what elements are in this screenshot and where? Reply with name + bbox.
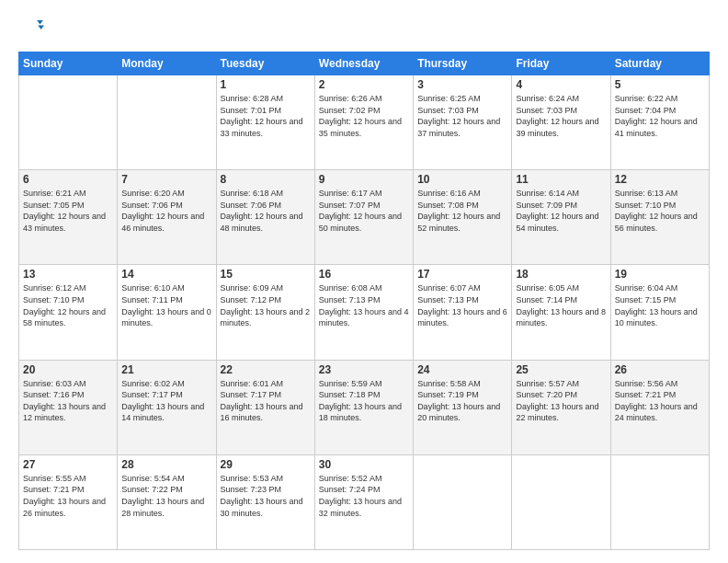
cell-info: Sunrise: 6:25 AM Sunset: 7:03 PM Dayligh… [417,93,507,139]
cell-info: Sunrise: 6:18 AM Sunset: 7:06 PM Dayligh… [221,188,311,234]
day-number: 17 [417,268,507,281]
day-header-wednesday: Wednesday [314,52,413,75]
day-number: 29 [221,458,311,471]
calendar-cell: 17Sunrise: 6:07 AM Sunset: 7:13 PM Dayli… [414,265,512,360]
week-row-4: 20Sunrise: 6:03 AM Sunset: 7:16 PM Dayli… [19,360,710,454]
day-number: 7 [121,173,211,186]
page: SundayMondayTuesdayWednesdayThursdayFrid… [0,0,728,563]
day-number: 24 [417,363,507,376]
calendar-cell: 20Sunrise: 6:03 AM Sunset: 7:16 PM Dayli… [19,360,118,454]
day-number: 10 [417,173,507,186]
calendar-cell [610,454,709,549]
day-number: 18 [516,268,606,281]
calendar-header: SundayMondayTuesdayWednesdayThursdayFrid… [19,52,710,75]
day-number: 1 [221,78,311,91]
day-number: 26 [615,363,705,376]
cell-info: Sunrise: 6:07 AM Sunset: 7:13 PM Dayligh… [417,282,507,328]
week-row-3: 13Sunrise: 6:12 AM Sunset: 7:10 PM Dayli… [19,265,710,360]
calendar-cell: 24Sunrise: 5:58 AM Sunset: 7:19 PM Dayli… [414,360,512,454]
calendar-cell [118,75,216,170]
day-header-monday: Monday [118,52,216,75]
calendar-cell: 18Sunrise: 6:05 AM Sunset: 7:14 PM Dayli… [512,265,610,360]
calendar-cell: 5Sunrise: 6:22 AM Sunset: 7:04 PM Daylig… [610,75,709,170]
day-number: 3 [417,78,507,91]
cell-info: Sunrise: 6:22 AM Sunset: 7:04 PM Dayligh… [615,93,705,139]
calendar-cell: 26Sunrise: 5:56 AM Sunset: 7:21 PM Dayli… [610,360,709,454]
cell-info: Sunrise: 5:57 AM Sunset: 7:20 PM Dayligh… [516,378,606,424]
calendar-cell: 4Sunrise: 6:24 AM Sunset: 7:03 PM Daylig… [512,75,610,170]
calendar-cell: 15Sunrise: 6:09 AM Sunset: 7:12 PM Dayli… [216,265,314,360]
cell-info: Sunrise: 6:20 AM Sunset: 7:06 PM Dayligh… [121,188,211,234]
day-number: 13 [23,268,113,281]
calendar-cell: 23Sunrise: 5:59 AM Sunset: 7:18 PM Dayli… [314,360,413,454]
day-number: 8 [221,173,311,186]
cell-info: Sunrise: 5:55 AM Sunset: 7:21 PM Dayligh… [23,473,113,519]
cell-info: Sunrise: 5:53 AM Sunset: 7:23 PM Dayligh… [221,473,311,519]
cell-info: Sunrise: 6:05 AM Sunset: 7:14 PM Dayligh… [516,282,606,328]
calendar-cell: 7Sunrise: 6:20 AM Sunset: 7:06 PM Daylig… [118,170,216,265]
day-number: 2 [319,78,409,91]
cell-info: Sunrise: 6:24 AM Sunset: 7:03 PM Dayligh… [516,93,606,139]
calendar-cell: 1Sunrise: 6:28 AM Sunset: 7:01 PM Daylig… [216,75,314,170]
day-number: 19 [615,268,705,281]
day-number: 27 [23,458,113,471]
day-number: 5 [615,78,705,91]
day-number: 20 [23,363,113,376]
calendar-cell: 13Sunrise: 6:12 AM Sunset: 7:10 PM Dayli… [19,265,118,360]
svg-marker-1 [38,26,44,29]
cell-info: Sunrise: 5:52 AM Sunset: 7:24 PM Dayligh… [319,473,409,519]
calendar-cell: 14Sunrise: 6:10 AM Sunset: 7:11 PM Dayli… [118,265,216,360]
cell-info: Sunrise: 6:12 AM Sunset: 7:10 PM Dayligh… [23,282,113,328]
logo-icon [18,17,44,42]
calendar-cell: 3Sunrise: 6:25 AM Sunset: 7:03 PM Daylig… [414,75,512,170]
cell-info: Sunrise: 5:58 AM Sunset: 7:19 PM Dayligh… [417,378,507,424]
cell-info: Sunrise: 6:26 AM Sunset: 7:02 PM Dayligh… [319,93,409,139]
day-header-thursday: Thursday [414,52,512,75]
calendar-cell [512,454,610,549]
calendar-body: 1Sunrise: 6:28 AM Sunset: 7:01 PM Daylig… [19,75,710,550]
calendar-cell: 10Sunrise: 6:16 AM Sunset: 7:08 PM Dayli… [414,170,512,265]
cell-info: Sunrise: 5:56 AM Sunset: 7:21 PM Dayligh… [615,378,705,424]
day-number: 4 [516,78,606,91]
cell-info: Sunrise: 6:28 AM Sunset: 7:01 PM Dayligh… [221,93,311,139]
calendar-cell: 11Sunrise: 6:14 AM Sunset: 7:09 PM Dayli… [512,170,610,265]
cell-info: Sunrise: 6:21 AM Sunset: 7:05 PM Dayligh… [23,188,113,234]
day-number: 6 [23,173,113,186]
day-number: 21 [121,363,211,376]
cell-info: Sunrise: 6:09 AM Sunset: 7:12 PM Dayligh… [221,282,311,328]
calendar-cell: 12Sunrise: 6:13 AM Sunset: 7:10 PM Dayli… [610,170,709,265]
calendar-cell: 19Sunrise: 6:04 AM Sunset: 7:15 PM Dayli… [610,265,709,360]
svg-marker-0 [37,20,43,24]
cell-info: Sunrise: 6:14 AM Sunset: 7:09 PM Dayligh… [516,188,606,234]
calendar-cell: 29Sunrise: 5:53 AM Sunset: 7:23 PM Dayli… [216,454,314,549]
cell-info: Sunrise: 6:08 AM Sunset: 7:13 PM Dayligh… [319,282,409,328]
day-number: 15 [221,268,311,281]
day-number: 14 [121,268,211,281]
cell-info: Sunrise: 6:02 AM Sunset: 7:17 PM Dayligh… [121,378,211,424]
day-number: 23 [319,363,409,376]
day-header-saturday: Saturday [610,52,709,75]
header-row: SundayMondayTuesdayWednesdayThursdayFrid… [19,52,710,75]
calendar-cell: 16Sunrise: 6:08 AM Sunset: 7:13 PM Dayli… [314,265,413,360]
cell-info: Sunrise: 6:13 AM Sunset: 7:10 PM Dayligh… [615,188,705,234]
calendar-cell: 22Sunrise: 6:01 AM Sunset: 7:17 PM Dayli… [216,360,314,454]
day-number: 22 [221,363,311,376]
cell-info: Sunrise: 6:04 AM Sunset: 7:15 PM Dayligh… [615,282,705,328]
cell-info: Sunrise: 6:16 AM Sunset: 7:08 PM Dayligh… [417,188,507,234]
day-number: 9 [319,173,409,186]
week-row-1: 1Sunrise: 6:28 AM Sunset: 7:01 PM Daylig… [19,75,710,170]
day-header-friday: Friday [512,52,610,75]
logo [18,17,48,42]
cell-info: Sunrise: 6:17 AM Sunset: 7:07 PM Dayligh… [319,188,409,234]
day-number: 28 [121,458,211,471]
cell-info: Sunrise: 6:10 AM Sunset: 7:11 PM Dayligh… [121,282,211,328]
week-row-5: 27Sunrise: 5:55 AM Sunset: 7:21 PM Dayli… [19,454,710,549]
calendar-cell [414,454,512,549]
calendar-cell: 6Sunrise: 6:21 AM Sunset: 7:05 PM Daylig… [19,170,118,265]
day-number: 25 [516,363,606,376]
cell-info: Sunrise: 6:01 AM Sunset: 7:17 PM Dayligh… [221,378,311,424]
week-row-2: 6Sunrise: 6:21 AM Sunset: 7:05 PM Daylig… [19,170,710,265]
calendar-cell: 2Sunrise: 6:26 AM Sunset: 7:02 PM Daylig… [314,75,413,170]
day-number: 16 [319,268,409,281]
calendar-cell: 25Sunrise: 5:57 AM Sunset: 7:20 PM Dayli… [512,360,610,454]
